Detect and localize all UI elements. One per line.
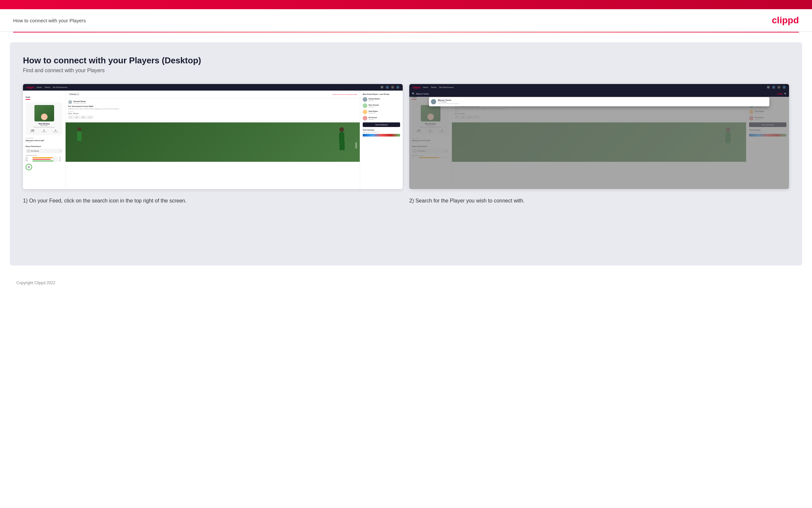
quality-row-arg: ARG 81: [26, 160, 63, 162]
search-result-info: Marcus Turner 1-5 Handicap Cypress Point…: [438, 99, 459, 104]
tag-arg: ARG: [81, 116, 86, 119]
screenshot-2: clippd Home Teams My Performance 🔍 👤 ⚙ 👤: [409, 84, 789, 189]
profile-stats-1: 129 Activities 3 Followers 4 Following: [27, 129, 61, 133]
activity-card-info-1: Richard Butler Yesterday · The Grove: [74, 100, 87, 104]
player-select-name-1: Eli Vincent: [31, 150, 59, 152]
player-avatar-eli: [363, 116, 367, 120]
right-panel-1: Most Active Players - Last 30 days Richa…: [360, 91, 403, 189]
following-chevron-icon: ▼: [77, 93, 79, 95]
player-info-piers: Piers Parnell Activities: 4: [369, 104, 378, 108]
arg-num: 81: [59, 160, 63, 162]
app-nav-2: clippd Home Teams My Performance 🔍 👤 ⚙ 👤: [409, 84, 789, 91]
quality-label-1: Total Player Quality: [26, 155, 63, 156]
search-result-item[interactable]: Marcus Turner 1-5 Handicap Cypress Point…: [431, 99, 767, 104]
search-input-overlay[interactable]: Marcus Turner: [416, 93, 776, 95]
tag-app: APP: [75, 116, 80, 119]
logo: clippd: [772, 15, 799, 26]
activity-card-title-1: Pre Tournament Course Walk: [68, 105, 357, 107]
center-panel-1: Following ▼ Control who can see your act…: [65, 91, 360, 189]
golfer-figure: [334, 127, 350, 157]
header: How to connect with your Players clippd: [0, 9, 812, 32]
golfer-figure-2: [72, 127, 89, 154]
player-name-eli: Eli Vincent: [369, 117, 377, 119]
activity-avatar-1: [68, 100, 72, 104]
heatmap-pos-label: +5: [399, 137, 400, 138]
settings-icon[interactable]: ⚙: [391, 86, 394, 89]
nav-performance-2[interactable]: My Performance: [439, 86, 453, 88]
stat-following-label: Following: [53, 131, 58, 133]
control-link-1[interactable]: Control who can see your activity and da…: [333, 93, 357, 95]
settings-icon-2[interactable]: ⚙: [777, 86, 780, 89]
player-item-eli: Eli Vincent Activities: 1: [363, 116, 400, 120]
player-info-richard: Richard Butler Activities: 7: [369, 98, 380, 101]
main-content: How to connect with your Players (Deskto…: [10, 42, 802, 265]
search-clear-btn[interactable]: CLEAR: [777, 93, 783, 95]
activity-card-header-1: Richard Butler Yesterday · The Grove: [68, 100, 357, 104]
logo-accent: p: [788, 15, 793, 25]
quality-row-app: APP 70: [26, 159, 63, 160]
avatar-icon-2[interactable]: 👤: [782, 86, 786, 89]
app-body-1: Feed Blair McHarg Golf Coach Mill Ride G…: [23, 91, 403, 189]
heatmap-section-1: Team Heatmap Player Quality · 20 Round T…: [363, 129, 400, 138]
nav-home-1[interactable]: Home: [37, 86, 42, 88]
captions-row: 1) On your Feed, click on the search ico…: [23, 197, 789, 205]
activity-card-sub-1: Yesterday · The Grove: [74, 102, 87, 104]
player-info-eli: Eli Vincent Activities: 1: [369, 117, 377, 120]
logo-text: clip: [772, 15, 788, 25]
search-dropdown: Marcus Turner 1-5 Handicap Cypress Point…: [429, 97, 769, 106]
player-count-eli: Activities: 1: [369, 119, 377, 120]
duration-val-1: 02 hr : 00 min: [68, 113, 357, 115]
heatmap-label-1: Team Heatmap: [363, 129, 400, 131]
feed-tab-1[interactable]: Feed: [26, 96, 30, 100]
search-bar-overlay: 🔍 Marcus Turner CLEAR ✕: [409, 91, 789, 97]
nav-links-2: Home Teams My Performance: [423, 86, 764, 88]
search-result-club: Cypress Point Club, United Kingdom: [438, 103, 459, 104]
main-subheading: Find and connect with your Players: [23, 68, 789, 74]
tag-putt: PUTT: [87, 116, 93, 119]
nav-icons-1: 🔍 👤 ⚙ 👤: [380, 86, 399, 89]
heatmap-bar-1: [363, 134, 400, 136]
avatar-icon[interactable]: 👤: [396, 86, 399, 89]
score-circle-1: 84: [26, 164, 32, 170]
nav-teams-1[interactable]: Teams: [45, 86, 50, 88]
nav-teams-2[interactable]: Teams: [431, 86, 437, 88]
player-name-richard: Richard Butler: [369, 98, 380, 100]
search-icon[interactable]: 🔍: [380, 86, 384, 89]
player-count-richard: Activities: 7: [369, 100, 380, 101]
heatmap-neg-label: -5: [363, 137, 364, 138]
stat-followers: 3 Followers: [42, 129, 47, 133]
following-btn-1[interactable]: Following ▼: [68, 92, 80, 96]
caption-2: 2) Search for the Player you wish to con…: [409, 197, 789, 205]
app-tag: APP: [26, 159, 32, 160]
nav-icons-2: 🔍 👤 ⚙ 👤: [767, 86, 786, 89]
profile-icon[interactable]: 👤: [386, 86, 389, 89]
nav-home-2[interactable]: Home: [423, 86, 428, 88]
team-dashboard-btn-1[interactable]: Team Dashboard: [363, 122, 400, 127]
heatmap-labels-1: -5 +5: [363, 137, 400, 138]
latest-label-1: Latest Activity: [26, 137, 63, 139]
screenshots-row: clippd Home Teams My Performance 🔍 👤 ⚙ 👤: [23, 84, 789, 189]
profile-icon-2[interactable]: 👤: [772, 86, 775, 89]
top-bar: [0, 0, 812, 9]
stat-following: 4 Following: [53, 129, 58, 133]
page-title: How to connect with your Players: [13, 18, 86, 23]
stat-followers-label: Followers: [42, 131, 47, 133]
left-panel-1: Feed Blair McHarg Golf Coach Mill Ride G…: [23, 91, 65, 189]
ott-bar: [33, 157, 58, 158]
stat-activities: 129 Activities: [30, 129, 35, 133]
activity-card-1: Richard Butler Yesterday · The Grove Pre…: [65, 98, 360, 121]
ott-num: 79: [59, 157, 63, 158]
caption-1: 1) On your Feed, click on the search ico…: [23, 197, 403, 205]
profile-card-1: Blair McHarg Golf Coach Mill Ride Golf C…: [26, 102, 63, 135]
score-value-1: 84: [28, 166, 30, 168]
player-avatar-piers: [363, 103, 367, 108]
player-select-1[interactable]: Eli Vincent ▼: [26, 149, 63, 153]
activity-card-desc-1: Walking the course with my coach to buil…: [68, 108, 357, 110]
search-icon-2[interactable]: 🔍: [767, 86, 770, 89]
player-avatar-1: [27, 149, 30, 153]
player-item-hiral: Hiral Pujara Activities: 3: [363, 110, 400, 114]
activity-date-1: 27 Jul 2022: [26, 141, 63, 143]
search-close-btn[interactable]: ✕: [784, 92, 786, 95]
nav-performance-1[interactable]: My Performance: [53, 86, 67, 88]
app-num: 70: [59, 159, 63, 160]
